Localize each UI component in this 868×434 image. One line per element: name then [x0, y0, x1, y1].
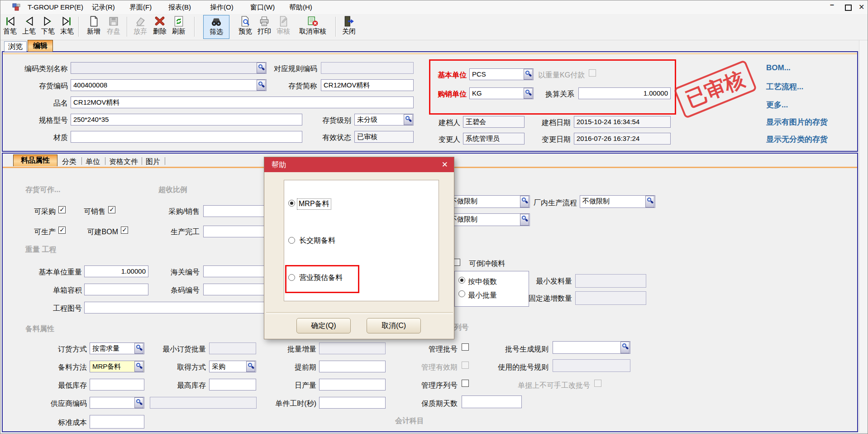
last-record-button[interactable]: 末笔 — [58, 15, 76, 39]
option-long-lead-radio[interactable] — [288, 237, 295, 244]
can-produce-label: 可生产 — [28, 227, 56, 236]
link-show-unclassified[interactable]: 显示无分类的存货 — [766, 134, 828, 145]
lead-time-field[interactable] — [319, 361, 386, 372]
restore-icon[interactable] — [845, 5, 852, 11]
toolbar-separator — [78, 17, 79, 37]
next-record-button[interactable]: 下笔 — [39, 15, 57, 39]
factory-flow-lookup-icon[interactable] — [645, 196, 654, 207]
daily-output-field[interactable] — [319, 379, 386, 391]
subtab-unit[interactable]: 单位 — [86, 157, 104, 166]
material-field[interactable] — [71, 131, 302, 143]
box-volume-field[interactable] — [84, 284, 148, 295]
item-abbr-field[interactable]: CR12MOV精料 — [321, 79, 414, 91]
create-date-field: 2015-10-24 16:34:54 — [574, 116, 671, 128]
unit-work-time-field[interactable] — [319, 397, 386, 409]
link-bom[interactable]: BOM... — [766, 63, 791, 72]
std-cost-field[interactable] — [90, 415, 144, 429]
product-name-field[interactable]: CR12MOV精料 — [71, 96, 414, 108]
spec-field[interactable]: 250*240*35 — [71, 114, 302, 125]
menu-record[interactable]: 记录(R) — [92, 3, 115, 12]
option-mrp-label[interactable]: MRP备料 — [297, 199, 331, 209]
menu-window[interactable]: 窗口(W) — [250, 3, 275, 12]
acquire-mode-lookup-icon[interactable] — [246, 361, 255, 372]
material-label: 材质 — [10, 133, 68, 142]
manage-serial-checkbox[interactable] — [462, 380, 469, 387]
cancel-audit-button[interactable]: 取消审核 — [294, 15, 332, 39]
menu-help[interactable]: 帮助(H) — [289, 3, 312, 12]
vertical-scrollbar[interactable] — [859, 40, 868, 432]
used-batch-rule-label: 使用的批号规则 — [493, 363, 548, 371]
usage-restriction2-field[interactable]: 不做限制 — [448, 213, 530, 226]
min-stock-label: 最低库存 — [49, 381, 87, 390]
menu-app[interactable]: T-GROUP ERP(E) — [28, 3, 83, 11]
dialog-divider — [266, 312, 453, 314]
menu-operation[interactable]: 操作(O) — [210, 3, 234, 12]
dialog-close-icon[interactable]: ✕ — [442, 160, 448, 169]
base-unit-weight-field[interactable]: 1.00000 — [84, 265, 148, 277]
minimize-icon[interactable]: – — [830, 1, 834, 9]
cancel-button[interactable]: 取消(C) — [367, 318, 421, 333]
link-show-with-images[interactable]: 显示有图片的存货 — [766, 117, 828, 127]
audit-button: 审核 — [274, 15, 293, 39]
option-long-lead-label[interactable]: 长交期备料 — [299, 236, 335, 246]
drawing-no-label: 工程图号 — [28, 304, 82, 313]
shelf-days-field[interactable] — [462, 395, 522, 408]
prev-record-icon — [23, 15, 35, 27]
print-button[interactable]: 打印 — [255, 15, 274, 39]
over-production-label: 生产完工 — [162, 227, 200, 236]
supplier-code-lookup-icon[interactable] — [134, 397, 143, 408]
preview-button[interactable]: 预览 — [236, 15, 255, 39]
max-stock-field[interactable] — [209, 379, 256, 391]
barcode-label: 条码编号 — [162, 286, 200, 294]
close-window-icon[interactable]: ✕ — [858, 3, 864, 11]
item-code-field[interactable]: 400400008 — [71, 79, 267, 91]
close-form-button[interactable]: 关闭 — [339, 15, 359, 39]
ok-button[interactable]: 确定(Q) — [296, 318, 351, 333]
by-application-radio[interactable] — [458, 277, 465, 284]
code-category-field[interactable] — [71, 62, 267, 74]
usage-restriction2-lookup-icon[interactable] — [520, 214, 529, 226]
usage-restriction-lookup-icon[interactable] — [520, 196, 529, 207]
can-build-bom-checkbox[interactable]: ✓ — [121, 227, 128, 234]
min-stock-field[interactable] — [90, 379, 144, 391]
max-stock-label: 最高库存 — [168, 381, 206, 390]
batch-rule-lookup-icon[interactable] — [620, 342, 630, 353]
can-produce-checkbox[interactable]: ✓ — [58, 227, 66, 234]
option-mrp-radio[interactable] — [288, 200, 295, 207]
link-process-flow[interactable]: 工艺流程... — [766, 82, 803, 92]
code-category-label: 编码类别名称 — [10, 64, 68, 73]
subtab-classification[interactable]: 分类 — [62, 157, 80, 166]
menu-report[interactable]: 报表(B) — [168, 3, 191, 12]
min-lot-radio[interactable] — [458, 290, 465, 297]
usage-restriction-field[interactable]: 不做限制 — [448, 195, 530, 208]
order-mode-lookup-icon[interactable] — [134, 343, 143, 354]
can-sale-checkbox[interactable]: ✓ — [108, 206, 115, 213]
subtab-images[interactable]: 图片 — [146, 157, 164, 166]
min-lot-label: 最小批量 — [468, 291, 509, 299]
prev-record-button[interactable]: 上笔 — [20, 15, 38, 39]
modifier-field: 系统管理员 — [463, 133, 525, 145]
manage-batch-checkbox[interactable] — [462, 343, 469, 351]
fixed-increment-field — [575, 291, 646, 305]
factory-flow-field[interactable]: 不做限制 — [580, 195, 655, 208]
new-button[interactable]: 新增 — [85, 15, 103, 39]
subtab-item-attributes[interactable]: 料品属性 — [13, 154, 57, 166]
can-purchase-checkbox[interactable]: ✓ — [58, 206, 66, 213]
subtab-qualification-files[interactable]: 资格文件 — [109, 157, 141, 166]
status-label: 有效状态 — [317, 133, 351, 142]
tab-edit[interactable]: 编辑 — [28, 40, 53, 52]
link-more[interactable]: 更多... — [766, 100, 788, 110]
code-category-lookup-icon[interactable] — [257, 63, 266, 73]
prepare-method-lookup-icon[interactable] — [134, 361, 143, 372]
item-code-lookup-icon[interactable] — [257, 80, 266, 91]
refresh-button[interactable]: 刷新 — [169, 15, 188, 39]
order-mode-label: 订货方式 — [49, 345, 87, 353]
first-record-button[interactable]: 首笔 — [1, 15, 19, 39]
batch-rule-field[interactable] — [553, 341, 630, 354]
modify-date-label: 变更日期 — [537, 135, 571, 144]
tab-browse[interactable]: 浏览 — [4, 41, 27, 52]
item-level-lookup-icon[interactable] — [404, 114, 413, 125]
menu-interface[interactable]: 界面(F) — [129, 3, 152, 12]
filter-button[interactable]: 筛选 — [203, 15, 229, 39]
delete-button[interactable]: 删除 — [150, 15, 169, 39]
